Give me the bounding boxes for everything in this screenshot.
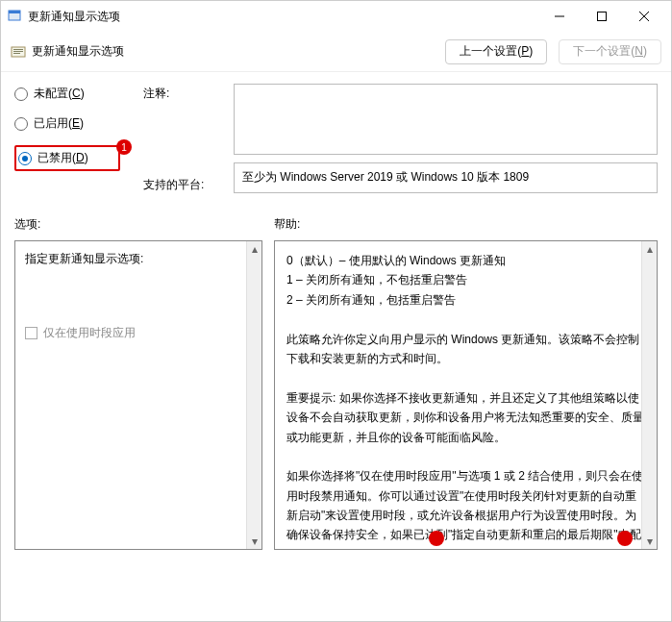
close-button[interactable] (623, 3, 665, 30)
annotation-badge: 1 (116, 139, 132, 155)
options-title: 指定更新通知显示选项: (25, 251, 252, 267)
radio-icon (14, 117, 28, 131)
scroll-up-icon[interactable]: ▴ (247, 241, 261, 257)
radio-icon (14, 87, 28, 101)
radio-label: 已启用(E) (34, 115, 84, 132)
scroll-down-icon[interactable]: ▾ (642, 534, 657, 549)
policy-icon (11, 44, 26, 60)
radio-not-configured[interactable]: 未配置(C) (14, 86, 120, 102)
scrollbar[interactable]: ▴ ▾ (641, 241, 657, 549)
options-label: 选项: (14, 216, 274, 233)
scrollbar[interactable]: ▴ ▾ (246, 241, 261, 549)
previous-setting-button[interactable]: 上一个设置(P) (445, 39, 547, 64)
radio-label: 未配置(C) (34, 86, 85, 102)
radio-label: 已禁用(D) (37, 150, 88, 166)
options-pane: 指定更新通知显示选项: 仅在使用时段应用 ▴ ▾ (14, 240, 262, 550)
supported-platform: 至少为 Windows Server 2019 或 Windows 10 版本 … (234, 162, 658, 193)
svg-rect-9 (13, 53, 20, 54)
radio-icon (18, 152, 32, 165)
help-pane: 0（默认）– 使用默认的 Windows 更新通知 1 – 关闭所有通知，不包括… (274, 240, 658, 550)
policy-title: 更新通知显示选项 (32, 43, 445, 60)
comment-label: 注释: (143, 86, 211, 102)
header: 更新通知显示选项 上一个设置(P) 下一个设置(N) (1, 32, 671, 72)
next-setting-button[interactable]: 下一个设置(N) (559, 39, 661, 64)
window-title: 更新通知显示选项 (28, 9, 538, 25)
svg-rect-1 (9, 11, 20, 13)
scroll-up-icon[interactable]: ▴ (642, 241, 657, 257)
svg-rect-7 (13, 49, 23, 50)
checkbox-icon (25, 327, 37, 339)
svg-rect-3 (598, 12, 607, 21)
minimize-button[interactable] (538, 3, 581, 30)
help-label: 帮助: (274, 216, 300, 233)
svg-rect-8 (13, 51, 23, 52)
help-text: 0（默认）– 使用默认的 Windows 更新通知 1 – 关闭所有通知，不包括… (275, 241, 657, 550)
maximize-button[interactable] (581, 3, 623, 30)
checkbox-label: 仅在使用时段应用 (43, 325, 136, 341)
active-hours-checkbox[interactable]: 仅在使用时段应用 (25, 325, 252, 341)
scroll-down-icon[interactable]: ▾ (247, 534, 261, 549)
comment-input[interactable] (234, 84, 658, 155)
app-icon (7, 9, 22, 24)
titlebar: 更新通知显示选项 (1, 1, 671, 32)
radio-enabled[interactable]: 已启用(E) (14, 115, 120, 132)
supported-label: 支持的平台: (143, 177, 211, 193)
radio-disabled[interactable]: 已禁用(D) 1 (14, 145, 120, 171)
